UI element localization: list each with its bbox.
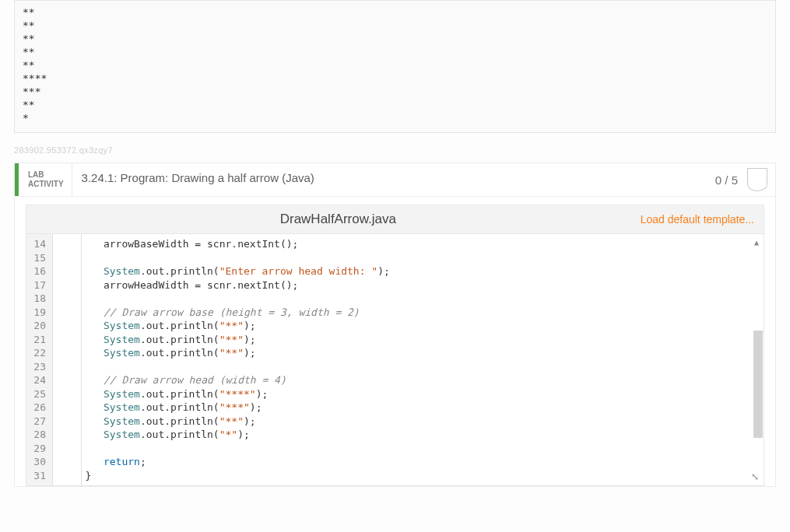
- code-editor[interactable]: 141516171819202122232425262728293031 arr…: [26, 233, 764, 486]
- lab-title: 3.24.1: Program: Drawing a half arrow (J…: [72, 163, 707, 196]
- lab-tag-label2: ACTIVITY: [28, 180, 64, 189]
- scroll-up-arrow-icon[interactable]: ▲: [754, 236, 759, 250]
- editor-wrap: DrawHalfArrow.java Load default template…: [15, 197, 775, 486]
- editor-header: DrawHalfArrow.java Load default template…: [26, 205, 764, 233]
- lab-header: LAB ACTIVITY 3.24.1: Program: Drawing a …: [15, 163, 775, 197]
- lab-activity-card: LAB ACTIVITY 3.24.1: Program: Drawing a …: [14, 163, 776, 487]
- scroll-resize-icon[interactable]: ⤡: [751, 471, 759, 485]
- score-shield-icon: [747, 168, 767, 191]
- line-number-gutter: 141516171819202122232425262728293031: [26, 234, 53, 485]
- lab-tag-label1: LAB: [28, 170, 64, 180]
- program-output-box: ** ** ** ** ** **** *** ** *: [14, 0, 776, 133]
- gutter-divider: [81, 234, 82, 485]
- lab-activity-tag: LAB ACTIVITY: [19, 163, 72, 196]
- code-content[interactable]: arrowBaseWidth = scnr.nextInt(); System.…: [53, 234, 764, 485]
- scrollbar-thumb[interactable]: [753, 331, 763, 438]
- editor-filename: DrawHalfArrow.java: [36, 212, 641, 227]
- page-hash: 283902.953372.qx3zqy7: [14, 145, 776, 155]
- load-default-template-link[interactable]: Load default template...: [641, 213, 754, 226]
- lab-score: 0 / 5: [707, 166, 746, 194]
